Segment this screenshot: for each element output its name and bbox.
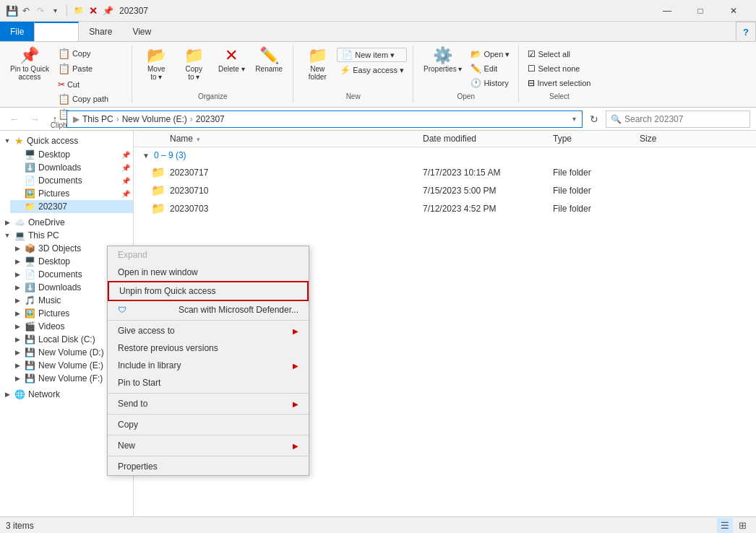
delete-button[interactable]: ✕ Delete ▾ — [213, 46, 249, 74]
tab-share[interactable]: Share — [79, 22, 122, 41]
path-thispc[interactable]: This PC — [82, 114, 113, 124]
properties-button[interactable]: ⚙️ Properties ▾ — [419, 46, 466, 74]
copy-path-button[interactable]: 📋 Copy path — [55, 92, 126, 106]
minimize-button[interactable]: — — [650, 0, 684, 22]
history-icon: 🕐 — [471, 78, 481, 88]
open-button[interactable]: 📂 Open ▾ — [468, 48, 512, 61]
tab-view[interactable]: View — [122, 22, 161, 41]
customize-icon[interactable]: ▾ — [49, 5, 61, 17]
videos-icon: 🎬 — [25, 321, 35, 332]
tab-file[interactable]: File — [0, 22, 34, 41]
easy-access-button[interactable]: ⚡ Easy access ▾ — [337, 64, 407, 77]
tab-home[interactable]: Home — [34, 22, 79, 41]
context-menu-item[interactable]: Give access to▶ — [108, 322, 309, 339]
ribbon-content: 📌 Pin to Quickaccess 📋 Copy 📋 Paste ✂ — [0, 42, 756, 107]
details-view-button[interactable]: ☰ — [717, 518, 733, 534]
new-folder-button[interactable]: 📁 Newfolder — [299, 46, 335, 82]
context-menu-item[interactable]: Copy — [108, 416, 309, 433]
expand-arrow-pics — [13, 189, 22, 198]
table-row[interactable]: 📁 20230710 7/15/2023 5:00 PM File folder — [134, 181, 756, 199]
sidebar-item-202307[interactable]: 📁 202307 — [10, 200, 133, 213]
sidebar-item-pictures[interactable]: 🖼️ Pictures 📌 — [10, 187, 133, 200]
path-volume[interactable]: New Volume (E:) — [122, 114, 187, 124]
col-name[interactable]: Name ▾ — [134, 134, 423, 144]
col-size[interactable]: Size — [640, 134, 697, 144]
context-menu-item[interactable]: Open in new window — [108, 264, 309, 281]
cut-button[interactable]: ✂ Cut — [55, 78, 126, 91]
paste-button[interactable]: 📋 Paste — [55, 61, 126, 76]
path-current[interactable]: 202307 — [196, 114, 225, 124]
copy-to-button[interactable]: 📁 Copyto ▾ — [176, 46, 212, 82]
search-box[interactable]: 🔍 — [606, 110, 750, 128]
sidebar-item-downloads[interactable]: ⬇️ Downloads 📌 — [10, 161, 133, 174]
select-none-button[interactable]: ☐ Select none — [525, 62, 593, 75]
file-group-09[interactable]: ▼ 0 – 9 (3) — [134, 147, 756, 163]
group-expand-icon: ▼ — [142, 152, 150, 160]
sidebar-quick-access[interactable]: ▼ ★ Quick access — [0, 134, 133, 148]
shield-icon: 🛡 — [118, 305, 126, 315]
pin-badge-pics: 📌 — [121, 190, 130, 198]
undo-icon[interactable]: ↶ — [20, 5, 32, 17]
table-row[interactable]: 📁 20230717 7/17/2023 10:15 AM File folde… — [134, 163, 756, 181]
history-button[interactable]: 🕐 History — [468, 77, 512, 90]
pin-to-quick-access-button[interactable]: 📌 Pin to Quickaccess — [6, 46, 53, 82]
up-button[interactable]: ↑ — [46, 110, 64, 128]
ea-3d: ▶ — [13, 244, 22, 253]
sidebar-onedrive[interactable]: ▶ ☁️ OneDrive — [0, 216, 133, 229]
ea-d: ▶ — [13, 348, 22, 357]
select-all-button[interactable]: ☑ Select all — [525, 48, 593, 61]
context-menu-item[interactable]: Properties — [108, 458, 309, 475]
context-menu-item[interactable]: New▶ — [108, 437, 309, 454]
copy-button[interactable]: 📋 Copy — [55, 46, 126, 61]
table-row[interactable]: 📁 20230703 7/12/2023 4:52 PM File folder — [134, 199, 756, 217]
col-type[interactable]: Type — [553, 134, 640, 144]
expand-arrow-docs — [13, 176, 22, 185]
col-date[interactable]: Date modified — [423, 134, 553, 144]
invert-selection-button[interactable]: ⊟ Invert selection — [525, 77, 593, 90]
move-to-button[interactable]: 📂 Moveto ▾ — [138, 46, 174, 82]
save-icon[interactable]: 💾 — [6, 5, 17, 17]
back-button[interactable]: ← — [6, 110, 23, 128]
sidebar-item-documents[interactable]: 📄 Documents 📌 — [10, 174, 133, 187]
context-menu-item[interactable]: Send to▶ — [108, 395, 309, 412]
ribbon-group-select: ☑ Select all ☐ Select none ⊟ Invert sele… — [519, 45, 599, 103]
invert-icon: ⊟ — [528, 78, 535, 88]
context-menu-separator — [108, 456, 309, 456]
context-menu-item[interactable]: Include in library▶ — [108, 357, 309, 374]
refresh-button[interactable]: ↻ — [585, 110, 603, 128]
address-chevron-icon[interactable]: ▾ — [572, 115, 576, 123]
thispc-icon: 💻 — [14, 230, 25, 240]
pin-icon[interactable]: 📌 — [102, 5, 113, 17]
title-close-x-icon[interactable]: ✕ — [87, 5, 99, 17]
ctx-item-label: Copy — [118, 420, 138, 430]
context-menu: ExpandOpen in new windowUnpin from Quick… — [107, 246, 309, 476]
redo-icon[interactable]: ↷ — [35, 5, 46, 17]
new-item-button[interactable]: 📄 New item ▾ — [337, 48, 407, 62]
rename-button[interactable]: ✏️ Rename — [251, 46, 287, 74]
pictures-icon: 🖼️ — [25, 188, 35, 199]
expand-arrow-downloads — [13, 163, 22, 172]
context-menu-item[interactable]: 🛡Scan with Microsoft Defender... — [108, 301, 309, 318]
large-icons-view-button[interactable]: ⊞ — [734, 518, 750, 534]
context-menu-item[interactable]: Restore previous versions — [108, 339, 309, 357]
ctx-item-label: Expand — [118, 250, 147, 260]
context-menu-item[interactable]: Pin to Start — [108, 374, 309, 391]
expand-arrow: ▼ — [3, 136, 12, 145]
search-input[interactable] — [624, 114, 745, 124]
open-buttons: ⚙️ Properties ▾ 📂 Open ▾ ✏️ Edit 🕐 Histo… — [419, 45, 512, 92]
pics-pc-icon: 🖼️ — [25, 308, 35, 318]
copy-path-icon: 📋 — [58, 93, 70, 105]
help-button[interactable]: ? — [736, 22, 756, 42]
forward-button[interactable]: → — [26, 110, 43, 128]
properties-icon: ⚙️ — [433, 48, 452, 64]
ctx-item-label: Send to — [118, 399, 147, 409]
sidebar-thispc[interactable]: ▼ 💻 This PC — [0, 229, 133, 242]
file-name-2: 20230703 — [170, 204, 423, 214]
edit-button[interactable]: ✏️ Edit — [468, 62, 512, 75]
address-path[interactable]: ▶ This PC › New Volume (E:) › 202307 ▾ — [66, 110, 583, 128]
window-controls: — □ ✕ — [650, 0, 750, 22]
close-button[interactable]: ✕ — [717, 0, 750, 22]
context-menu-item[interactable]: Unpin from Quick access — [108, 281, 309, 301]
maximize-button[interactable]: □ — [684, 0, 717, 22]
sidebar-item-desktop[interactable]: 🖥️ Desktop 📌 — [10, 148, 133, 161]
